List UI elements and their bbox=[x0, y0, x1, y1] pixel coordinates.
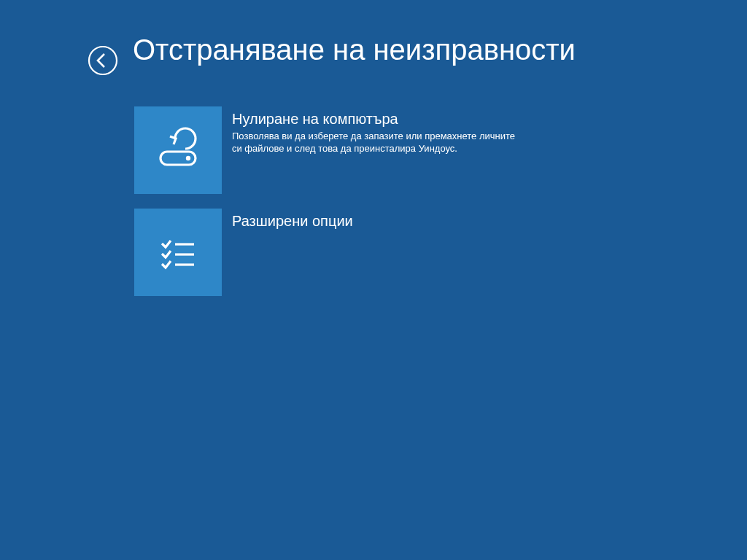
option-tile bbox=[134, 209, 222, 296]
option-description: Позволява ви да изберете да запазите или… bbox=[232, 130, 524, 155]
svg-point-2 bbox=[186, 156, 190, 160]
option-tile bbox=[134, 106, 222, 194]
back-button[interactable] bbox=[88, 45, 118, 76]
arrow-left-circle-icon bbox=[88, 45, 118, 76]
page-title: Отстраняване на неизправности bbox=[133, 34, 576, 66]
troubleshoot-screen: Отстраняване на неизправности Нулиране н… bbox=[0, 0, 747, 560]
option-title: Нулиране на компютъра bbox=[232, 109, 524, 128]
option-text: Разширени опции bbox=[222, 209, 353, 232]
option-text: Нулиране на компютъра Позволява ви да из… bbox=[222, 106, 524, 155]
option-reset-pc[interactable]: Нулиране на компютъра Позволява ви да из… bbox=[134, 106, 543, 194]
svg-point-0 bbox=[89, 47, 117, 74]
advanced-options-icon bbox=[152, 226, 204, 279]
option-title: Разширени опции bbox=[232, 211, 353, 230]
options-list: Нулиране на компютъра Позволява ви да из… bbox=[134, 106, 543, 296]
option-advanced[interactable]: Разширени опции bbox=[134, 209, 543, 296]
reset-pc-icon bbox=[152, 124, 204, 176]
